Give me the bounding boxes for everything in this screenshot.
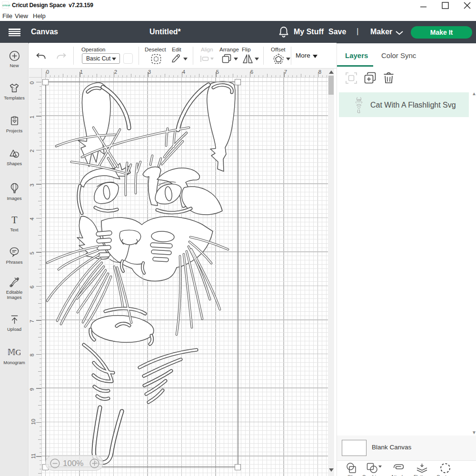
svg-text:T: T bbox=[11, 215, 17, 225]
svg-text:𝕄G: 𝕄G bbox=[8, 348, 20, 357]
